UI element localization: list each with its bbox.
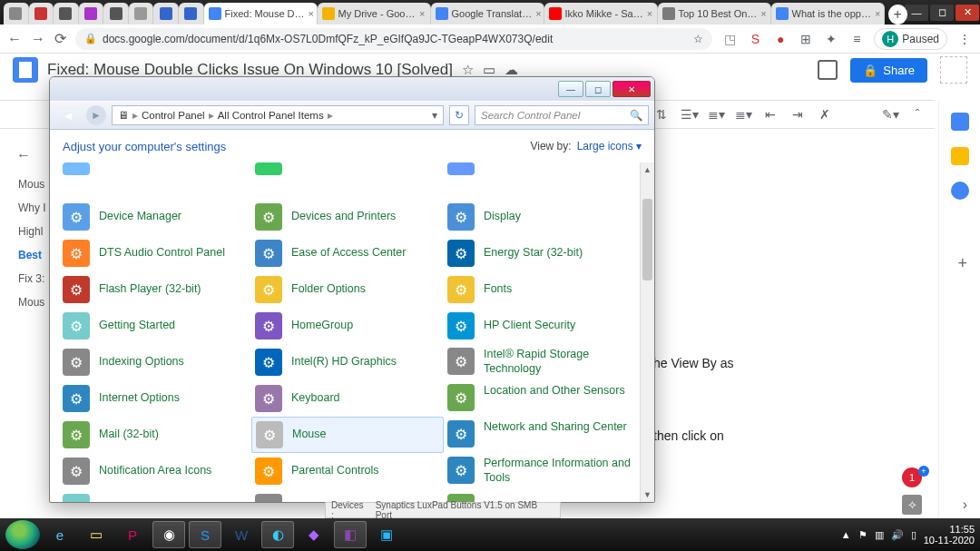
star-icon[interactable]: ☆ (693, 33, 703, 45)
checklist-icon[interactable]: ☰▾ (681, 107, 697, 122)
taskbar-word-icon[interactable]: W (225, 521, 258, 548)
calendar-icon[interactable] (951, 113, 969, 131)
editing-mode-icon[interactable]: ✎▾ (882, 107, 898, 122)
cp-item[interactable]: ⚙HomeGroup (251, 308, 444, 344)
tasks-icon[interactable] (951, 182, 969, 200)
browser-tab[interactable]: Top 10 Best On…× (658, 3, 771, 25)
cp-item[interactable]: ⚙Location and Other Sensors (444, 380, 636, 417)
cp-item[interactable]: ⚙Mail (32-bit) (59, 417, 251, 453)
scroll-up-icon[interactable]: ▲ (641, 162, 654, 177)
cp-item[interactable]: ⚙HP Client Security (444, 308, 636, 344)
ext-icon[interactable]: ● (772, 31, 789, 47)
cp-item[interactable]: ⚙Notification Area Icons (59, 453, 251, 489)
cp-scrollbar[interactable]: ▲ ▼ (640, 162, 654, 502)
taskbar-app-icon[interactable]: ◧ (334, 521, 367, 548)
pinned-tab[interactable] (129, 3, 154, 25)
new-tab-button[interactable]: + (888, 5, 907, 25)
ext-icon[interactable]: ◳ (721, 31, 738, 47)
cp-item[interactable]: ⚙Ease of Access Center (251, 235, 444, 271)
bullet-list-icon[interactable]: ≣▾ (708, 107, 724, 122)
taskbar-chrome-icon[interactable]: ◉ (152, 521, 185, 548)
cp-item-clipped[interactable] (444, 162, 636, 175)
taskbar-edge-icon[interactable]: ◐ (261, 521, 294, 548)
tray-network-icon[interactable]: ▥ (875, 529, 884, 541)
ext-icon[interactable]: S (747, 31, 763, 47)
taskbar-skype-icon[interactable]: S (189, 521, 221, 548)
cp-refresh-button[interactable]: ↻ (449, 105, 469, 125)
cp-close-button[interactable]: ✕ (612, 81, 651, 97)
browser-tab[interactable]: Ikko Mikke - Sa…× (544, 3, 658, 25)
address-bar[interactable]: 🔒 docs.google.com/document/d/1q6Mx-OS7L0… (75, 28, 712, 50)
close-tab-icon[interactable]: × (647, 8, 652, 19)
taskbar-app-icon[interactable]: ▣ (370, 521, 403, 548)
outline-back-icon[interactable]: ← (16, 147, 31, 163)
chrome-menu-icon[interactable]: ⋮ (956, 31, 973, 47)
taskbar-powerpoint-icon[interactable]: P (116, 521, 149, 548)
pinned-tab[interactable] (179, 3, 204, 25)
comments-icon[interactable] (818, 60, 838, 80)
system-tray[interactable]: ▲ ⚑ ▥ 🔊 ▯ 11:55 10-11-2020 (841, 524, 975, 546)
pinned-tab[interactable] (103, 3, 129, 25)
chevron-down-icon[interactable]: ▾ (432, 109, 437, 122)
keep-icon[interactable] (951, 147, 969, 165)
cp-item[interactable]: ⚙DTS Audio Control Panel (59, 235, 251, 271)
os-close-button[interactable]: ✕ (956, 5, 979, 21)
numbered-list-icon[interactable]: ≣▾ (735, 107, 751, 122)
reload-button[interactable]: ⟳ (54, 30, 66, 47)
ext-icon[interactable]: ≡ (848, 31, 865, 47)
cp-item[interactable]: ⚙Keyboard (251, 380, 444, 417)
cp-item[interactable]: ⚙Performance Information and Tools (444, 453, 636, 489)
taskbar-app-icon[interactable]: ◆ (298, 521, 330, 548)
pinned-tab[interactable] (29, 3, 54, 25)
tray-battery-icon[interactable]: ▯ (911, 529, 916, 541)
cp-item[interactable]: ⚙Intel(R) HD Graphics (251, 344, 444, 380)
account-avatar[interactable] (940, 56, 967, 84)
cp-item[interactable]: ⚙Display (444, 199, 636, 235)
close-tab-icon[interactable]: × (309, 8, 314, 19)
tray-volume-icon[interactable]: 🔊 (891, 529, 904, 541)
os-maximize-button[interactable]: ◻ (930, 5, 954, 21)
indent-decrease-icon[interactable]: ⇤ (762, 107, 779, 122)
cp-item[interactable]: ⚙Folder Options (251, 271, 444, 308)
indent-increase-icon[interactable]: ⇥ (789, 107, 806, 122)
scroll-down-icon[interactable]: ▼ (641, 487, 654, 502)
cp-item[interactable]: ⚙Internet Options (59, 380, 251, 417)
collapse-icon[interactable]: ˆ (909, 107, 926, 122)
pinned-tab[interactable] (79, 3, 104, 25)
cp-item[interactable]: ⚙Devices and Printers (251, 199, 444, 235)
browser-tab[interactable]: What is the opp…× (771, 3, 885, 25)
cp-item[interactable]: ⚙Energy Star (32-bit) (444, 235, 636, 271)
taskbar-explorer-icon[interactable]: ▭ (80, 521, 113, 548)
cp-item[interactable]: ⚙Indexing Options (59, 344, 251, 380)
side-collapse-icon[interactable]: › (963, 497, 967, 513)
cp-item[interactable]: ⚙Fonts (444, 271, 636, 308)
cp-forward-button[interactable]: ► (86, 105, 106, 125)
close-tab-icon[interactable]: × (535, 8, 541, 19)
cp-item[interactable]: ⚙Network and Sharing Center (444, 417, 636, 453)
cp-path-part[interactable]: Control Panel (142, 110, 205, 121)
tray-chevron-icon[interactable]: ▲ (841, 529, 851, 540)
pinned-tab[interactable] (153, 3, 179, 25)
cp-breadcrumb[interactable]: 🖥 ▸ Control Panel ▸ All Control Panel It… (112, 105, 444, 125)
extensions-icon[interactable]: ✦ (823, 31, 839, 47)
addons-plus-icon[interactable]: + (957, 254, 967, 273)
cp-item[interactable]: ⚙Personalization (59, 489, 251, 502)
clear-format-icon[interactable]: ✗ (817, 107, 833, 122)
cp-item[interactable]: ⚙Device Manager (59, 199, 251, 235)
line-spacing-icon[interactable]: ⇅ (653, 107, 670, 122)
viewby-value[interactable]: Large icons ▾ (577, 140, 642, 153)
back-button[interactable]: ← (7, 31, 22, 47)
cp-item[interactable]: ⚙Getting Started (59, 308, 251, 344)
taskbar-ie-icon[interactable]: e (44, 521, 76, 548)
browser-tab[interactable]: Fixed: Mouse D…× (204, 3, 318, 25)
cp-maximize-button[interactable]: ◻ (585, 81, 611, 97)
cp-item-clipped[interactable] (59, 162, 251, 175)
tray-flag-icon[interactable]: ⚑ (858, 529, 867, 541)
share-button[interactable]: 🔒 Share (850, 58, 927, 83)
cp-back-button[interactable]: ◄ (55, 104, 81, 126)
cp-item[interactable]: ⚙Mouse (251, 417, 444, 453)
cp-item[interactable]: ⚙Intel® Rapid Storage Technology (444, 344, 636, 380)
browser-tab[interactable]: Google Translat…× (431, 3, 544, 25)
docs-logo-icon[interactable] (13, 57, 38, 83)
cp-titlebar[interactable]: — ◻ ✕ (50, 77, 654, 101)
